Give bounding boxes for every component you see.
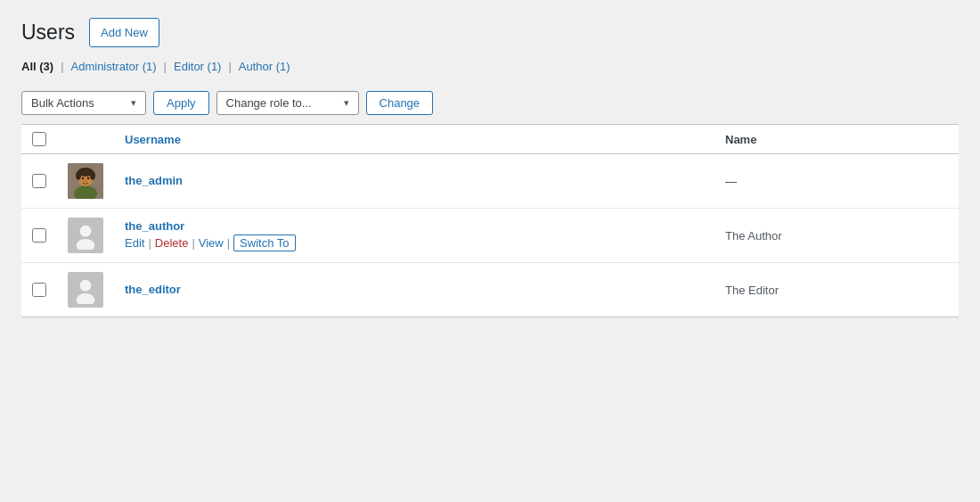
select-all-header [21,125,57,154]
row-checkbox-cell [21,154,57,209]
name-cell-author: The Author [715,209,959,263]
page-title-area: Users Add New [21,18,959,47]
name-cell-editor: The Editor [715,263,959,317]
sep-3: | [228,60,231,73]
person-icon-2 [71,276,100,304]
name-header: Name [715,125,959,154]
row-actions-author: Edit | Delete | View | Switch To [125,235,704,251]
avatar-author [68,218,103,253]
change-role-label: Change role to... [226,96,312,110]
switch-to-link-author[interactable]: Switch To [233,235,295,251]
username-cell-editor: the_editor [114,263,715,317]
username-sort-link[interactable]: Username [125,133,181,146]
change-button[interactable]: Change [366,91,434,115]
row-checkbox-author[interactable] [32,228,46,243]
username-header[interactable]: Username [114,125,715,154]
change-role-dropdown[interactable]: Change role to... ▾ [216,91,359,115]
username-link-editor[interactable]: the_editor [125,283,704,296]
users-table: Username Name [21,124,959,317]
username-link-admin[interactable]: the_admin [125,174,704,187]
avatar-cell-admin [57,154,114,209]
chevron-down-icon-2: ▾ [344,97,349,109]
avatar-header [57,125,114,154]
avatar-cell-editor [57,263,114,317]
username-cell-admin: the_admin [114,154,715,209]
select-all-checkbox[interactable] [32,132,46,146]
name-cell-admin: — [715,154,959,209]
sep-1: | [61,60,63,73]
delete-link-author[interactable]: Delete [155,236,189,250]
filter-all[interactable]: All (3) [21,60,53,73]
filter-links: All (3) | Administrator (1) | Editor (1)… [21,60,959,73]
username-link-author[interactable]: the_author [125,219,704,233]
name-dash: — [725,175,737,188]
svg-point-6 [82,177,84,179]
row-checkbox-admin[interactable] [32,174,46,188]
avatar-editor [68,272,103,308]
sep-action-2: | [192,236,194,250]
view-link-author[interactable]: View [199,236,224,250]
name-value-author: The Author [725,229,782,243]
admin-avatar-svg [68,163,103,199]
svg-point-10 [80,226,92,237]
row-checkbox-editor[interactable] [32,283,46,297]
filter-author[interactable]: Author (1) [239,60,290,73]
row-checkbox-cell [21,263,57,317]
filter-administrator[interactable]: Administrator (1) [71,60,157,73]
row-checkbox-cell [21,209,57,263]
person-icon [71,221,100,250]
avatar-admin [68,163,103,199]
filter-editor[interactable]: Editor (1) [174,60,221,73]
table-header-row: Username Name [21,125,959,154]
bulk-actions-label: Bulk Actions [31,96,94,110]
username-cell-author: the_author Edit | Delete | View | Switch… [114,209,715,263]
toolbar: Bulk Actions ▾ Apply Change role to... ▾… [21,84,959,122]
svg-point-13 [80,280,92,292]
name-value-editor: The Editor [725,284,779,297]
svg-point-8 [85,180,86,183]
table-row: the_editor The Editor [21,263,959,317]
table-row: the_author Edit | Delete | View | Switch… [21,209,959,263]
page-title: Users [21,21,75,45]
table-row: the_admin — [21,154,959,209]
sep-action-3: | [227,236,230,250]
add-new-button[interactable]: Add New [89,18,159,47]
chevron-down-icon: ▾ [131,97,136,109]
svg-point-4 [76,171,81,180]
apply-button[interactable]: Apply [153,91,209,115]
avatar-cell-author [57,209,114,263]
edit-link-author[interactable]: Edit [125,236,144,250]
sep-action-1: | [148,236,151,250]
svg-point-7 [87,177,89,179]
sep-2: | [164,60,167,73]
bulk-actions-dropdown[interactable]: Bulk Actions ▾ [21,91,146,115]
svg-point-5 [90,171,95,180]
